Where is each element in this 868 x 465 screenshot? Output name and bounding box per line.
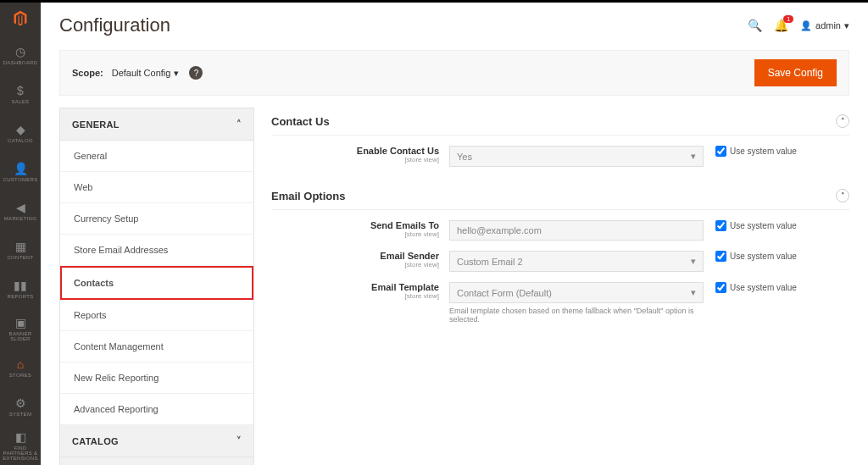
chevron-down-icon: ▾ xyxy=(691,287,696,298)
person-icon: 👤 xyxy=(14,162,28,175)
subitem-currency[interactable]: Currency Setup xyxy=(60,203,253,235)
use-system-checkbox[interactable]: Use system value xyxy=(715,282,797,293)
gear-icon: ⚙ xyxy=(15,396,26,410)
main-area: Configuration 🔍 🔔1 👤admin▾ Scope: Defaul… xyxy=(41,3,868,465)
collapse-icon[interactable]: ˄ xyxy=(836,189,849,202)
help-icon[interactable]: ? xyxy=(189,66,203,80)
field-send-emails-to: Send Emails To[store view] Use system va… xyxy=(271,220,849,241)
sidenav-sales[interactable]: $SALES xyxy=(0,75,41,113)
admin-sidenav: ◷DASHBOARD $SALES ◆CATALOG 👤CUSTOMERS ◀M… xyxy=(0,3,41,465)
settings-panel: Contact Us˄ Enable Contact Us[store view… xyxy=(254,108,849,465)
sidenav-partners[interactable]: ◧FIND PARTNERS & EXTENSIONS xyxy=(0,426,41,465)
chevron-down-icon: ▾ xyxy=(174,68,179,79)
chevron-down-icon: ˅ xyxy=(236,435,242,446)
sidenav-system[interactable]: ⚙SYSTEM xyxy=(0,387,41,426)
sidenav-banner[interactable]: ▣BANNER SLIDER xyxy=(0,308,41,347)
group-catalog[interactable]: CATALOG˅ xyxy=(60,425,253,457)
save-config-button[interactable]: Save Config xyxy=(754,59,837,86)
magento-logo[interactable] xyxy=(0,3,41,35)
page-title: Configuration xyxy=(59,14,748,36)
field-email-sender: Email Sender[store view] Custom Email 2▾… xyxy=(271,251,849,272)
sidenav-customers[interactable]: 👤CUSTOMERS xyxy=(0,152,41,191)
scope-label: Scope: xyxy=(72,68,103,78)
use-system-checkbox[interactable]: Use system value xyxy=(715,220,797,231)
use-system-checkbox[interactable]: Use system value xyxy=(715,146,797,157)
subitem-web[interactable]: Web xyxy=(60,172,253,203)
chevron-down-icon: ▾ xyxy=(691,256,696,267)
slider-icon: ▣ xyxy=(15,316,26,329)
group-general[interactable]: GENERAL˄ xyxy=(60,108,253,141)
notifications-icon[interactable]: 🔔1 xyxy=(774,19,788,32)
email-template-select[interactable]: Contact Form (Default)▾ xyxy=(449,282,704,303)
content: GENERAL˄ General Web Currency Setup Stor… xyxy=(41,108,868,465)
group-security[interactable]: SECURITY˅ xyxy=(60,457,253,465)
subitem-general[interactable]: General xyxy=(60,141,253,172)
field-email-template: Email Template[store view] Contact Form … xyxy=(271,282,849,324)
sidenav-stores[interactable]: ⌂STORES xyxy=(0,348,41,387)
send-emails-input[interactable] xyxy=(449,220,704,241)
notification-badge: 1 xyxy=(783,15,793,23)
tag-icon: ◆ xyxy=(16,123,25,136)
subitem-contacts[interactable]: Contacts xyxy=(60,266,253,300)
collapse-icon[interactable]: ˄ xyxy=(836,114,849,128)
chevron-up-icon: ˄ xyxy=(236,119,242,130)
subitem-store-email[interactable]: Store Email Addresses xyxy=(60,235,253,266)
sidenav-content[interactable]: ▦CONTENT xyxy=(0,230,41,269)
dollar-icon: $ xyxy=(17,84,24,97)
search-icon[interactable]: 🔍 xyxy=(748,19,762,32)
megaphone-icon: ◀ xyxy=(16,201,25,214)
chart-icon: ▮▮ xyxy=(14,279,27,292)
subitem-reports[interactable]: Reports xyxy=(60,300,253,331)
field-enable-contact: Enable Contact Us[store view] Yes▾ Use s… xyxy=(271,146,849,167)
section-contact-us[interactable]: Contact Us˄ xyxy=(271,108,849,136)
section-email-options[interactable]: Email Options˄ xyxy=(271,182,849,210)
gauge-icon: ◷ xyxy=(15,45,25,58)
sidenav-marketing[interactable]: ◀MARKETING xyxy=(0,191,41,230)
email-sender-select[interactable]: Custom Email 2▾ xyxy=(449,251,704,272)
store-icon: ⌂ xyxy=(17,357,24,371)
sidenav-reports[interactable]: ▮▮REPORTS xyxy=(0,269,41,308)
topbar: Configuration 🔍 🔔1 👤admin▾ xyxy=(41,3,868,42)
subitem-advanced-reporting[interactable]: Advanced Reporting xyxy=(60,394,253,425)
chevron-down-icon: ▾ xyxy=(691,151,696,162)
use-system-checkbox[interactable]: Use system value xyxy=(715,251,797,262)
subitem-newrelic[interactable]: New Relic Reporting xyxy=(60,363,253,394)
chevron-down-icon: ▾ xyxy=(844,20,849,31)
puzzle-icon: ◧ xyxy=(15,430,26,444)
subitem-content-mgmt[interactable]: Content Management xyxy=(60,331,253,363)
sidenav-dashboard[interactable]: ◷DASHBOARD xyxy=(0,35,41,74)
enable-contact-select[interactable]: Yes▾ xyxy=(449,146,704,167)
config-tree: GENERAL˄ General Web Currency Setup Stor… xyxy=(59,108,254,465)
user-menu[interactable]: 👤admin▾ xyxy=(800,20,849,31)
scope-bar: Scope: Default Config▾ ? Save Config xyxy=(59,50,849,96)
sidenav-catalog[interactable]: ◆CATALOG xyxy=(0,113,41,152)
user-icon: 👤 xyxy=(800,20,812,31)
content-icon: ▦ xyxy=(15,240,26,253)
scope-select[interactable]: Default Config▾ xyxy=(112,68,180,79)
field-note: Email template chosen based on theme fal… xyxy=(449,307,704,324)
